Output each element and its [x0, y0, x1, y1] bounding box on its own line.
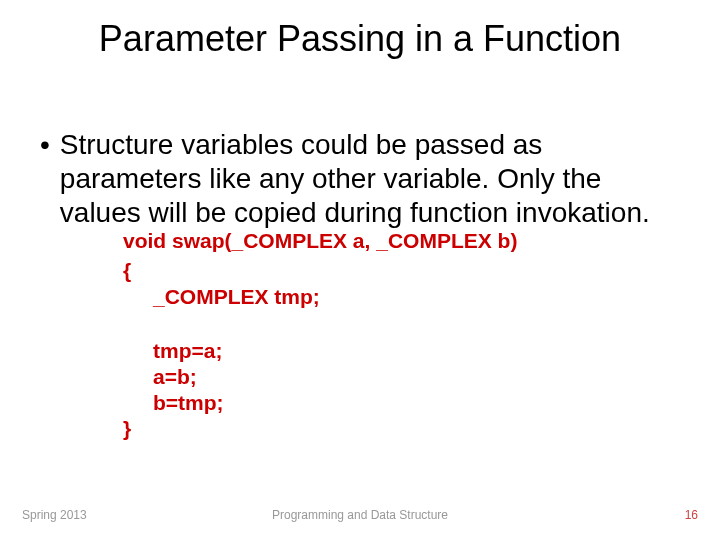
- footer-center: Programming and Data Structure: [0, 508, 720, 522]
- bullet-item: • Structure variables could be passed as…: [40, 128, 680, 230]
- code-line-1: tmp=a;: [153, 338, 222, 363]
- code-signature: void swap(_COMPLEX a, _COMPLEX b): [123, 228, 517, 253]
- slide-title: Parameter Passing in a Function: [0, 0, 720, 60]
- code-brace-close: }: [123, 416, 131, 441]
- code-brace-open: {: [123, 258, 131, 283]
- code-line-3: b=tmp;: [153, 390, 224, 415]
- slide: Parameter Passing in a Function • Struct…: [0, 0, 720, 540]
- code-line-2: a=b;: [153, 364, 197, 389]
- body-text: Structure variables could be passed as p…: [60, 128, 680, 230]
- footer: Spring 2013 Programming and Data Structu…: [0, 508, 720, 522]
- content-area: • Structure variables could be passed as…: [40, 128, 680, 230]
- bullet-dot: •: [40, 128, 50, 162]
- code-declaration: _COMPLEX tmp;: [153, 284, 320, 309]
